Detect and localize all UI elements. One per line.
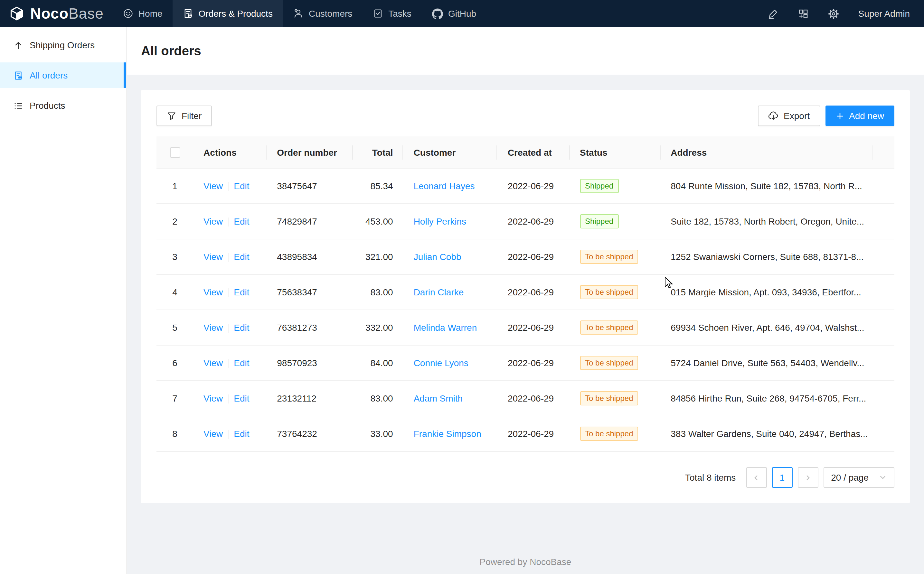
table-toolbar: Filter Export — [156, 106, 894, 126]
row-actions: ViewEdit — [193, 204, 267, 240]
page-title: All orders — [141, 43, 201, 58]
edit-link[interactable]: Edit — [234, 216, 249, 227]
row-index: 3 — [156, 240, 193, 275]
status-cell: Shipped — [570, 169, 660, 204]
order-number-cell: 74829847 — [267, 204, 353, 240]
nav-item-github[interactable]: GitHub — [422, 0, 486, 27]
app-viewport: NocoBase Home — [0, 0, 924, 574]
status-cell: To be shipped — [570, 346, 660, 381]
nav-right: Super Admin — [768, 0, 924, 27]
table-row: 8 ViewEdit 73764232 33.00 Frankie Simpso… — [156, 417, 894, 452]
actions-divider — [228, 218, 229, 227]
customer-cell: Connie Lyons — [403, 346, 498, 381]
total-cell: 83.00 — [353, 381, 403, 417]
pagination-prev-button[interactable] — [746, 467, 766, 488]
sidebar-item-all-orders[interactable]: All orders — [0, 62, 126, 88]
add-new-button[interactable]: Add new — [825, 106, 894, 126]
order-number-cell: 73764232 — [267, 417, 353, 452]
edit-link[interactable]: Edit — [234, 181, 249, 191]
pagination-next-button[interactable] — [798, 467, 818, 488]
customer-cell: Holly Perkins — [403, 204, 498, 240]
filter-button[interactable]: Filter — [156, 106, 212, 126]
spacer-cell — [872, 204, 894, 240]
file-check-icon — [14, 71, 23, 80]
select-all-checkbox[interactable] — [170, 148, 180, 158]
sidebar-item-shipping-orders[interactable]: Shipping Orders — [0, 32, 126, 58]
nav-item-home[interactable]: Home — [113, 0, 173, 27]
view-link[interactable]: View — [204, 358, 223, 368]
github-icon — [432, 8, 443, 19]
column-header-order-number: Order number — [267, 136, 353, 169]
status-badge: To be shipped — [580, 285, 638, 300]
customer-link[interactable]: Connie Lyons — [414, 358, 468, 368]
table-row: 2 ViewEdit 74829847 453.00 Holly Perkins… — [156, 204, 894, 240]
row-actions: ViewEdit — [193, 311, 267, 346]
view-link[interactable]: View — [204, 429, 223, 439]
top-nav: NocoBase Home — [0, 0, 924, 27]
actions-divider — [228, 183, 229, 191]
edit-link[interactable]: Edit — [234, 287, 249, 297]
edit-link[interactable]: Edit — [234, 393, 249, 404]
customer-link[interactable]: Melinda Warren — [414, 323, 477, 333]
spacer-cell — [872, 417, 894, 452]
user-menu[interactable]: Super Admin — [858, 8, 910, 19]
home-smiley-icon — [123, 8, 133, 19]
table-row: 4 ViewEdit 75638347 83.00 Darin Clarke 2… — [156, 275, 894, 311]
customer-link[interactable]: Frankie Simpson — [414, 429, 481, 439]
order-number-cell: 76381273 — [267, 311, 353, 346]
view-link[interactable]: View — [204, 252, 223, 262]
export-button[interactable]: Export — [758, 106, 820, 126]
nocobase-logo-icon — [8, 5, 25, 22]
spacer-cell — [872, 169, 894, 204]
view-link[interactable]: View — [204, 287, 223, 297]
page-size-select[interactable]: 20 / page — [823, 467, 894, 488]
customer-cell: Julian Cobb — [403, 240, 498, 275]
customer-link[interactable]: Leonard Hayes — [414, 181, 475, 191]
status-cell: To be shipped — [570, 417, 660, 452]
view-link[interactable]: View — [204, 322, 223, 333]
order-number-cell: 23132112 — [267, 381, 353, 417]
edit-link[interactable]: Edit — [234, 358, 249, 368]
edit-link[interactable]: Edit — [234, 252, 249, 262]
customer-link[interactable]: Adam Smith — [414, 394, 463, 404]
address-cell: 015 Margie Mission, Apt. 093, 34936, Ebe… — [660, 275, 872, 311]
customer-link[interactable]: Julian Cobb — [414, 252, 461, 262]
blocks-add-icon[interactable] — [798, 8, 809, 19]
created-at-cell: 2022-06-29 — [498, 311, 570, 346]
actions-divider — [228, 430, 229, 439]
brand[interactable]: NocoBase — [0, 0, 113, 27]
orders-table-body: 1 ViewEdit 38475647 85.34 Leonard Hayes … — [156, 169, 894, 452]
status-badge: To be shipped — [580, 391, 638, 406]
status-badge: To be shipped — [580, 427, 638, 441]
address-cell: 5724 Daniel Drive, Suite 563, 54403, Wen… — [660, 346, 872, 381]
customer-cell: Leonard Hayes — [403, 169, 498, 204]
view-link[interactable]: View — [204, 181, 223, 191]
footer-text: Powered by NocoBase — [141, 545, 910, 574]
status-badge: Shipped — [580, 214, 618, 229]
nav-item-orders-products[interactable]: Orders & Products — [173, 0, 283, 27]
view-link[interactable]: View — [204, 216, 223, 227]
column-header-address: Address — [660, 136, 872, 169]
nav-item-tasks[interactable]: Tasks — [363, 0, 422, 27]
column-header-status: Status — [570, 136, 660, 169]
edit-link[interactable]: Edit — [234, 322, 249, 333]
row-index: 1 — [156, 169, 193, 204]
row-index: 6 — [156, 346, 193, 381]
customer-link[interactable]: Darin Clarke — [414, 287, 464, 298]
row-index: 2 — [156, 204, 193, 240]
total-cell: 332.00 — [353, 311, 403, 346]
nav-item-customers[interactable]: Customers — [283, 0, 363, 27]
view-link[interactable]: View — [204, 393, 223, 404]
edit-link[interactable]: Edit — [234, 429, 249, 439]
status-cell: To be shipped — [570, 381, 660, 417]
total-cell: 84.00 — [353, 346, 403, 381]
highlighter-icon[interactable] — [768, 8, 779, 19]
customer-link[interactable]: Holly Perkins — [414, 216, 466, 227]
actions-divider — [228, 289, 229, 298]
sidebar-item-products[interactable]: Products — [0, 93, 126, 118]
total-cell: 453.00 — [353, 204, 403, 240]
pagination-page-1[interactable]: 1 — [772, 467, 792, 488]
gear-icon[interactable] — [828, 8, 839, 19]
status-cell: To be shipped — [570, 275, 660, 311]
orders-card: Filter Export — [141, 90, 910, 503]
